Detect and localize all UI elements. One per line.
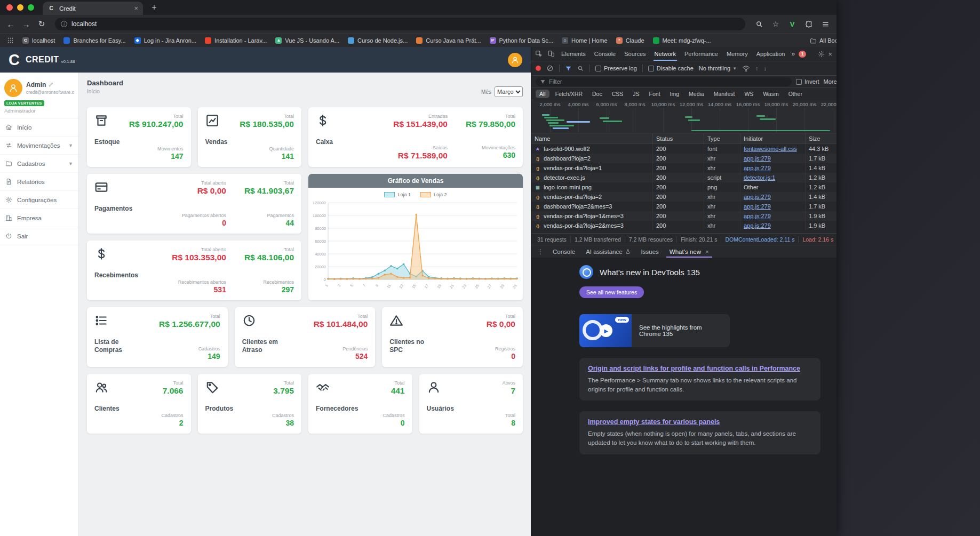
reload-icon[interactable]: ↻ [37, 19, 46, 29]
initiator-link[interactable]: app.js:279 [744, 222, 771, 229]
site-info-icon[interactable]: i [61, 21, 67, 27]
search-icon[interactable] [754, 19, 764, 29]
filter-pill-doc[interactable]: Doc [588, 90, 606, 98]
maximize-window-button[interactable] [28, 4, 34, 11]
close-drawer-tab-icon[interactable]: × [705, 249, 709, 255]
devtools-close-icon[interactable]: × [828, 50, 832, 58]
column-header-name[interactable]: Name [531, 133, 653, 143]
filter-funnel-icon[interactable] [565, 65, 572, 72]
filter-pill-other[interactable]: Other [785, 90, 806, 98]
initiator-link[interactable]: app.js:279 [744, 213, 771, 219]
v-extension-icon[interactable]: V [787, 19, 797, 29]
sidebar-item-exchange[interactable]: Movimentações▼ [0, 137, 78, 155]
sidebar-item-file[interactable]: Relatórios [0, 173, 78, 191]
chrome-highlights-card[interactable]: ▶ new See the highlights from Chrome 135 [579, 314, 730, 347]
section-link[interactable]: Origin and script links for profile and … [588, 365, 800, 372]
edit-pencil-icon[interactable] [49, 81, 53, 89]
address-bar[interactable]: i localhost [55, 18, 745, 30]
network-request-row[interactable]: {}dashboard?loja=2&mes=3200xhrapp.js:279… [531, 202, 836, 211]
drawer-more-icon[interactable]: ⋮ [533, 248, 547, 255]
filter-pill-wasm[interactable]: Wasm [759, 90, 782, 98]
devtools-tab-elements[interactable]: Elements [557, 47, 590, 61]
devtools-tab-memory[interactable]: Memory [722, 47, 752, 61]
throttling-select[interactable]: No throttling▼ [699, 65, 737, 71]
drawer-tab-issues[interactable]: Issues [636, 245, 664, 258]
bookmark-item[interactable]: Curso Java na Prát... [412, 35, 485, 46]
bookmark-item[interactable]: Branches for Easy... [59, 35, 130, 46]
new-tab-button[interactable]: + [147, 1, 161, 14]
initiator-link[interactable]: detector.js:1 [744, 174, 775, 181]
network-request-row[interactable]: Afa-solid-900.woff2200fontfontawesome-al… [531, 144, 836, 154]
devtools-tab-performance[interactable]: Performance [680, 47, 722, 61]
network-request-row[interactable]: {}vendas-por-dia?loja=2&mes=3200xhrapp.j… [531, 221, 836, 230]
initiator-link[interactable]: app.js:279 [744, 203, 771, 210]
filter-pill-font[interactable]: Font [646, 90, 664, 98]
sidebar-item-home[interactable]: Início [0, 118, 78, 137]
devtools-settings-icon[interactable] [818, 51, 825, 58]
filter-pill-img[interactable]: Img [666, 90, 683, 98]
drawer-tab-what-s-new[interactable]: What's new× [664, 245, 714, 258]
bookmark-item[interactable]: Installation - Larav... [201, 35, 271, 46]
disable-cache-checkbox[interactable]: Disable cache [648, 65, 694, 71]
network-request-row[interactable]: {}dashboard?loja=2200xhrapp.js:2791.7 kB [531, 154, 836, 163]
filter-pill-media[interactable]: Media [685, 90, 708, 98]
tab-close-icon[interactable]: × [134, 5, 138, 12]
initiator-link[interactable]: app.js:279 [744, 165, 771, 171]
apps-grid-icon[interactable] [5, 36, 15, 45]
bookmark-star-icon[interactable]: ☆ [771, 19, 780, 29]
minimize-window-button[interactable] [17, 4, 23, 11]
initiator-link[interactable]: app.js:279 [744, 155, 771, 162]
browser-menu-icon[interactable] [820, 19, 830, 29]
month-select[interactable]: Março [495, 86, 523, 97]
back-icon[interactable]: ← [6, 20, 15, 29]
network-request-row[interactable]: {}vendas-por-dia?loja=1&mes=3200xhrapp.j… [531, 211, 836, 221]
bookmark-item[interactable]: *Claude [612, 35, 649, 46]
sidebar-item-folder[interactable]: Cadastros▼ [0, 155, 78, 173]
invert-checkbox[interactable]: Invert [796, 78, 819, 85]
bookmark-item[interactable]: ◆Log in - Jira Anron... [130, 35, 201, 46]
more-filters-button[interactable]: More filters [824, 78, 836, 85]
record-network-icon[interactable] [536, 66, 541, 71]
close-window-button[interactable] [6, 4, 13, 11]
bookmark-item[interactable]: ⌂Home | Home [557, 35, 612, 46]
filter-pill-css[interactable]: CSS [608, 90, 627, 98]
column-header-status[interactable]: Status [653, 133, 704, 143]
error-count-badge[interactable]: 1 [799, 51, 806, 58]
network-overview-timeline[interactable]: 2,000 ms4,000 ms6,000 ms8,000 ms10,000 m… [531, 100, 836, 133]
see-all-features-button[interactable]: See all new features [579, 286, 644, 298]
initiator-link[interactable]: fontawesome-all.css [744, 146, 797, 152]
export-har-icon[interactable]: ↓ [764, 65, 767, 71]
header-avatar[interactable] [508, 53, 522, 67]
devtools-tab-sources[interactable]: Sources [620, 47, 650, 61]
filter-pill-ws[interactable]: WS [740, 90, 757, 98]
filter-pill-all[interactable]: All [536, 90, 549, 98]
bookmark-item[interactable]: Clocalhost [18, 35, 59, 46]
sidebar-item-gear[interactable]: Configurações [0, 191, 78, 209]
bookmark-item[interactable]: Curso de Node.js... [344, 35, 412, 46]
network-filter-input[interactable]: Filter [536, 77, 792, 86]
drawer-tab-console[interactable]: Console [547, 245, 580, 258]
network-request-row[interactable]: {}vendas-por-dia?loja=2200xhrapp.js:2791… [531, 192, 836, 202]
bookmark-item[interactable]: Meet: mdg-zfwq-... [649, 35, 715, 46]
section-link[interactable]: Improved empty states for various panels [588, 418, 720, 426]
network-search-icon[interactable] [577, 65, 584, 72]
clear-network-icon[interactable] [546, 65, 554, 72]
sidebar-item-power[interactable]: Sair [0, 227, 78, 245]
devtools-tab-application[interactable]: Application [752, 47, 790, 61]
inspect-element-icon[interactable] [532, 47, 545, 61]
devtools-tab-console[interactable]: Console [590, 47, 620, 61]
browser-tab[interactable]: C Credit × [43, 2, 143, 15]
network-request-row[interactable]: {}vendas-por-dia?loja=1200xhrapp.js:2791… [531, 163, 836, 173]
preserve-log-checkbox[interactable]: Preserve log [595, 65, 637, 71]
initiator-link[interactable]: app.js:279 [744, 194, 771, 200]
more-tabs-icon[interactable]: » [789, 50, 797, 58]
filter-pill-js[interactable]: JS [629, 90, 643, 98]
network-conditions-icon[interactable] [742, 65, 750, 73]
bookmark-item[interactable]: ▲Vue JS - Usando A... [271, 35, 344, 46]
column-header-size[interactable]: Size [806, 133, 836, 143]
drawer-tab-ai-assistance[interactable]: AI assistance [580, 245, 635, 258]
devtools-tab-network[interactable]: Network [650, 47, 680, 61]
filter-pill-manifest[interactable]: Manifest [710, 90, 739, 98]
network-request-row[interactable]: {}detector-exec.js200scriptdetector.js:1… [531, 173, 836, 182]
forward-icon[interactable]: → [22, 20, 30, 29]
